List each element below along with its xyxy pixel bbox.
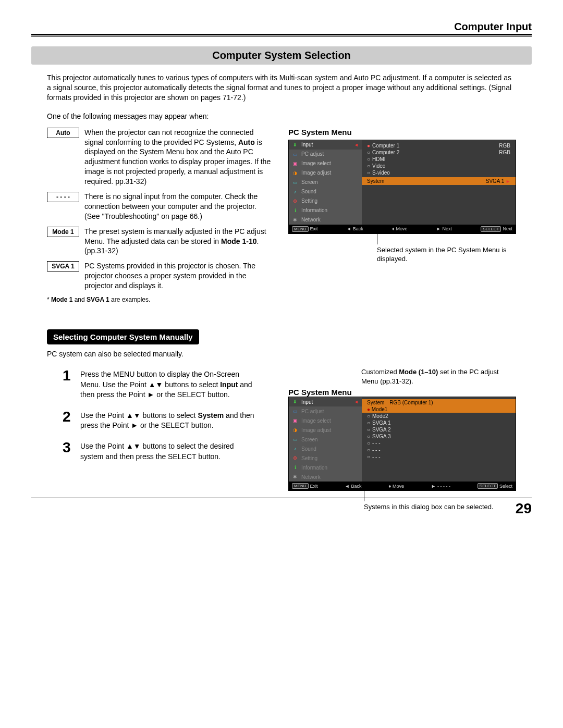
osd-system-bar: System SVGA 1 ► (362, 177, 516, 185)
msg-box-svga1: SVGA 1 (47, 261, 79, 272)
note-line: * Mode 1 and SVGA 1 are examples. (47, 296, 274, 303)
osd-item-pcadjust: ▭PC adjust (289, 150, 362, 159)
osd-footer-2: MENU Exit ◄ Back ♦ Move ► - - - - - SELE… (289, 482, 516, 490)
osd-opt-video: ○Video (362, 163, 516, 169)
osd-item-setting: ⚙Setting (289, 453, 362, 463)
download-icon: ⬇ (292, 399, 298, 405)
osd-opt-svga2: ○SVGA 2 (362, 426, 516, 433)
osd-item-imgselect: ▣Image select (289, 416, 362, 425)
msg-text-auto: When the projector can not recognize the… (84, 128, 274, 187)
osd-item-sound: ♪Sound (289, 444, 362, 453)
gear-icon: ⚙ (292, 198, 298, 204)
message-mode1: Mode 1 The preset system is manually adj… (47, 227, 274, 256)
osd-opt-mode2: ○Mode2 (362, 413, 516, 419)
step-text-1: Press the MENU button to display the On-… (80, 367, 258, 400)
osd-footer-1: MENU Exit ◄ Back ♦ Move ► Next SELECT Ne… (289, 225, 516, 233)
osd-menu-1: ⬇Input◄ ▭PC adjust ▣Image select ◑Image … (288, 140, 516, 234)
menu1-callout: Selected system in the PC System Menu is… (377, 245, 516, 264)
osd-opt-computer2: ○Computer 2RGB (362, 149, 516, 156)
osd-item-sound: ♪Sound (289, 187, 362, 196)
adjust-icon: ◑ (292, 427, 298, 433)
osd-opt-svga1: ○SVGA 1 (362, 419, 516, 426)
step-3: 3 Use the Point ▲▼ buttons to select the… (63, 439, 258, 462)
step-num-2: 2 (63, 409, 80, 431)
osd-opt-svideo: ○S-video (362, 169, 516, 176)
network-icon: ✱ (292, 474, 298, 480)
message-auto: Auto When the projector can not recogniz… (47, 128, 274, 187)
osd-item-network: ✱Network (289, 472, 362, 482)
sound-icon: ♪ (292, 189, 298, 195)
osd-item-info: ℹInformation (289, 206, 362, 215)
step-text-2: Use the Point ▲▼ buttons to select Syste… (80, 409, 258, 431)
info-icon: ℹ (292, 464, 298, 471)
osd-opt-dash3: ○- - - (362, 453, 516, 460)
triangle-icon: ► (506, 179, 510, 184)
manual-lead: PC system can also be selected manually. (47, 350, 516, 358)
osd-menu-2: ⬇Input◄ ▭PC adjust ▣Image select ◑Image … (288, 397, 516, 491)
step-2: 2 Use the Point ▲▼ buttons to select Sys… (63, 409, 258, 431)
chapter-title: Computer Input (454, 21, 532, 33)
monitor-icon: ▭ (292, 408, 298, 414)
osd-item-network: ✱Network (289, 215, 362, 225)
osd-item-pcadjust: ▭PC adjust (289, 406, 362, 416)
sound-icon: ♪ (292, 446, 298, 452)
osd-item-imgadjust: ◑Image adjust (289, 168, 362, 178)
message-dashes: - - - - There is no signal input from th… (47, 192, 274, 221)
osd-item-setting: ⚙Setting (289, 196, 362, 206)
rule-thin (31, 36, 532, 37)
screen-icon: ▭ (292, 436, 298, 442)
monitor-icon: ▭ (292, 151, 298, 157)
osd-item-info: ℹInformation (289, 463, 362, 472)
msg-text-svga1: PC Systems provided in this projector is… (84, 261, 274, 291)
msg-text-dashes: There is no signal input from the comput… (84, 192, 274, 221)
network-icon: ✱ (292, 217, 298, 223)
osd-opt-dash1: ○- - - (362, 440, 516, 447)
adjust-icon: ◑ (292, 170, 298, 176)
osd-opt-computer1: ●Computer 1RGB (362, 142, 516, 149)
msg-box-auto: Auto (47, 128, 79, 138)
triangle-icon: ◄ (354, 142, 359, 147)
message-svga1: SVGA 1 PC Systems provided in this proje… (47, 261, 274, 291)
subsection-title: Selecting Computer System Manually (47, 329, 199, 344)
lead-line: One of the following messages may appear… (47, 112, 516, 120)
gear-icon: ⚙ (292, 455, 298, 461)
menu1-title: PC System Menu (288, 128, 516, 137)
page-number: 29 (31, 500, 532, 517)
osd-opt-mode1: ● Mode1 (362, 406, 516, 413)
triangle-icon: ◄ (354, 399, 359, 404)
intro-paragraph: This projector automatically tunes to va… (47, 73, 516, 103)
osd-item-imgadjust: ◑Image adjust (289, 425, 362, 435)
osd-opt-svga3: ○SVGA 3 (362, 433, 516, 440)
osd-mode-header: System RGB (Computer 1) (362, 399, 516, 406)
screen-icon: ▭ (292, 179, 298, 186)
msg-text-mode1: The preset system is manually adjusted i… (84, 227, 274, 256)
step-1: 1 Press the MENU button to display the O… (63, 367, 258, 400)
msg-box-mode1: Mode 1 (47, 227, 79, 237)
menu2-top-callout: Customized Mode (1–10) set in the PC adj… (361, 367, 516, 386)
image-icon: ▣ (292, 161, 298, 167)
download-icon: ⬇ (292, 142, 298, 148)
osd-opt-dash2: ○- - - (362, 447, 516, 453)
callout-line (377, 234, 516, 244)
rule-thick (31, 34, 532, 35)
step-num-3: 3 (63, 439, 80, 462)
osd-opt-hdmi: ○HDMI (362, 156, 516, 163)
page-footer: 29 (31, 498, 532, 517)
section-title: Computer System Selection (31, 46, 532, 65)
osd-item-input: ⬇Input◄ (289, 140, 362, 150)
step-text-3: Use the Point ▲▼ buttons to select the d… (80, 439, 258, 462)
osd-item-screen: ▭Screen (289, 178, 362, 187)
msg-box-dashes: - - - - (47, 192, 79, 202)
menu2-title: PC System Menu (288, 388, 352, 397)
osd-item-imgselect: ▣Image select (289, 159, 362, 168)
osd-item-screen: ▭Screen (289, 435, 362, 444)
image-icon: ▣ (292, 417, 298, 424)
osd-item-input: ⬇Input◄ (289, 397, 362, 406)
info-icon: ℹ (292, 207, 298, 214)
step-num-1: 1 (63, 367, 80, 400)
